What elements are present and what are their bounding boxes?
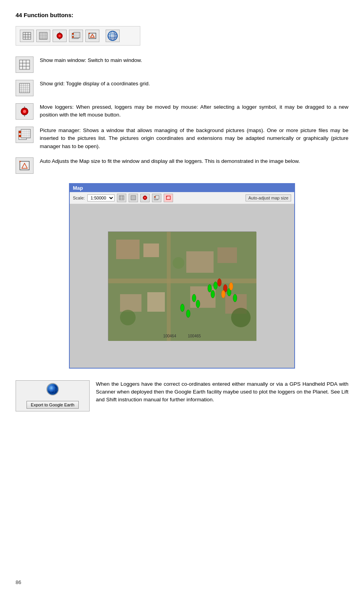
svg-rect-0 <box>23 32 31 39</box>
export-google-earth-button[interactable]: Export to Google Earth <box>27 401 79 409</box>
svg-rect-99 <box>143 244 159 257</box>
map-auto-btn[interactable]: Auto-adjust map size <box>246 194 291 201</box>
map-tb-icon-4[interactable] <box>152 194 161 202</box>
map-tb-icon-3[interactable] <box>140 194 150 202</box>
svg-point-118 <box>217 279 221 286</box>
google-earth-description: When the Loggers have the correct co-ord… <box>96 380 348 404</box>
svg-point-117 <box>233 294 237 302</box>
google-earth-section: Export to Google Earth When the Loggers … <box>16 380 348 411</box>
svg-rect-70 <box>119 196 124 200</box>
toolbar-icon-main-grid[interactable] <box>20 30 34 42</box>
svg-rect-102 <box>120 294 141 312</box>
func-desc-main-window: Show main window: Switch to main window. <box>40 56 142 64</box>
svg-point-53 <box>23 110 26 113</box>
svg-point-114 <box>180 304 184 312</box>
svg-point-113 <box>196 300 200 308</box>
svg-rect-97 <box>167 232 171 341</box>
map-tb-icon-red[interactable] <box>164 194 173 202</box>
func-desc-picture-manager: Picture manager: Shows a window that all… <box>40 127 348 150</box>
svg-rect-101 <box>217 247 237 263</box>
svg-rect-57 <box>21 129 30 138</box>
svg-point-108 <box>173 257 184 269</box>
svg-rect-66 <box>19 131 21 133</box>
svg-rect-100 <box>186 251 214 273</box>
scale-label: Scale: <box>73 196 85 200</box>
svg-point-109 <box>208 284 212 292</box>
func-desc-auto-adjust: Auto Adjusts the Map size to fit the win… <box>40 157 300 165</box>
map-tb-icon-2[interactable] <box>129 194 138 202</box>
toolbar-icon-auto-adjust[interactable] <box>85 30 99 42</box>
func-icon-picture-manager-large <box>16 127 34 143</box>
svg-marker-29 <box>90 34 94 37</box>
svg-rect-27 <box>72 36 74 38</box>
map-toolbar: Scale: 1:50000 <box>70 192 294 204</box>
scale-select[interactable]: 1:50000 <box>87 194 115 201</box>
func-icon-grid <box>16 80 34 96</box>
func-icon-auto-adjust <box>16 157 34 174</box>
svg-point-110 <box>214 282 217 289</box>
map-satellite-view: 100464 100465 <box>108 231 256 341</box>
toolbar-row <box>16 26 140 46</box>
svg-rect-92 <box>154 196 155 198</box>
func-desc-move-loggers: Move loggers: When pressed, loggers may … <box>40 103 348 119</box>
svg-rect-26 <box>72 33 74 35</box>
svg-point-106 <box>120 310 136 325</box>
svg-rect-98 <box>116 240 140 259</box>
svg-point-107 <box>231 308 251 327</box>
function-show-main-window: Show main window: Switch to main window. <box>16 56 348 73</box>
ge-icon-area <box>46 383 59 395</box>
toolbar-icon-picture-manager[interactable] <box>69 30 83 42</box>
svg-point-15 <box>58 35 61 37</box>
svg-point-115 <box>186 310 190 318</box>
svg-point-111 <box>211 290 215 298</box>
toolbar-icon-small-grid[interactable] <box>36 30 50 42</box>
svg-rect-96 <box>108 279 256 283</box>
toolbar-icon-globe[interactable] <box>106 30 120 42</box>
svg-point-120 <box>221 290 225 298</box>
svg-point-121 <box>229 282 233 290</box>
map-tb-icon-1[interactable] <box>117 194 126 202</box>
map-coordinates: 100464 100465 <box>163 334 201 338</box>
svg-rect-103 <box>147 292 165 312</box>
func-desc-grid: Show grid: Toggle display of a coordinat… <box>40 80 150 88</box>
svg-rect-38 <box>19 60 30 69</box>
function-picture-manager: Picture manager: Shows a window that all… <box>16 127 348 150</box>
svg-rect-43 <box>19 83 30 93</box>
svg-point-87 <box>144 197 146 199</box>
function-auto-adjust: Auto Adjusts the Map size to fit the win… <box>16 157 348 174</box>
page-number: 86 <box>16 579 21 585</box>
map-window: Map Scale: 1:50000 <box>69 183 295 369</box>
svg-rect-67 <box>19 135 21 137</box>
globe-icon <box>46 383 59 395</box>
func-icon-move-loggers <box>16 103 34 120</box>
func-icon-main-window <box>16 56 34 73</box>
toolbar-icon-move-loggers[interactable] <box>53 30 67 42</box>
map-image-area: 100464 100465 <box>70 204 294 368</box>
google-earth-panel: Export to Google Earth <box>16 380 90 411</box>
svg-rect-5 <box>39 32 47 39</box>
function-show-grid: Show grid: Toggle display of a coordinat… <box>16 80 348 96</box>
function-move-loggers: Move loggers: When pressed, loggers may … <box>16 103 348 120</box>
svg-rect-89 <box>155 196 159 199</box>
page-title: 44 Function buttons: <box>16 12 348 18</box>
map-titlebar: Map <box>70 184 294 192</box>
svg-point-112 <box>192 294 196 302</box>
